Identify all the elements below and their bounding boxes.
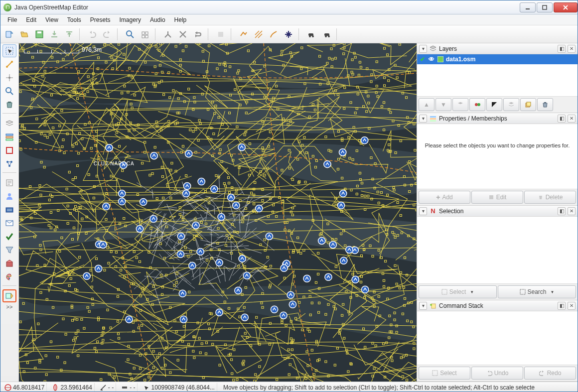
menu-tools[interactable]: Tools	[63, 15, 85, 24]
cmdstack-undo-button[interactable]: Undo	[471, 367, 523, 380]
layer-activate-button[interactable]	[452, 98, 468, 111]
redo-button[interactable]	[100, 27, 114, 41]
combine-way-button[interactable]	[176, 27, 190, 41]
audio-fwd-button[interactable]	[319, 27, 333, 41]
menu-imagery[interactable]: Imagery	[116, 15, 145, 24]
cmdstack-select-button[interactable]: Select	[419, 367, 470, 380]
selection-header[interactable]: ▾ N Selection ◧ ✕	[417, 206, 578, 217]
pan-button[interactable]	[282, 27, 295, 41]
map-canvas[interactable]: 976.3m CLUJ-NAPOCA	[19, 43, 417, 382]
delete-tool[interactable]	[2, 98, 16, 111]
collapse-icon[interactable]: ▾	[419, 207, 427, 215]
new-layer-button[interactable]	[2, 27, 16, 41]
split-way-button[interactable]	[161, 27, 175, 41]
open-button[interactable]	[17, 27, 31, 41]
select-tool[interactable]	[2, 44, 16, 57]
lasso-tool[interactable]	[2, 58, 16, 71]
menu-help[interactable]: Help	[170, 15, 191, 24]
mapstyle-toggle[interactable]	[2, 270, 16, 283]
layer-up-button[interactable]: ▲	[419, 98, 434, 111]
svg-point-1106	[180, 316, 187, 323]
filter-toggle[interactable]	[2, 244, 16, 257]
align-circle-button[interactable]	[214, 27, 228, 41]
maximize-button[interactable]	[537, 2, 553, 12]
close-panel-icon[interactable]: ✕	[568, 302, 576, 310]
more-tools[interactable]: >>	[6, 304, 13, 310]
layer-opacity-button[interactable]	[486, 98, 502, 111]
selection-list[interactable]	[417, 217, 578, 283]
edit-tag-button[interactable]: Edit	[471, 191, 523, 204]
cmdstack-list[interactable]	[417, 311, 578, 365]
validator-toggle[interactable]	[2, 230, 16, 243]
svg-rect-1174	[430, 120, 436, 122]
save-button[interactable]	[32, 27, 46, 41]
audio-back-button[interactable]	[304, 27, 318, 41]
layers-header[interactable]: ▾ Layers ◧ ✕	[417, 43, 578, 54]
svg-point-40	[7, 276, 8, 277]
cmdstack-redo-button[interactable]: Redo	[524, 367, 576, 380]
authors-toggle[interactable]	[2, 190, 16, 203]
menu-audio[interactable]: Audio	[146, 15, 169, 24]
cmdstack-toggle[interactable]	[2, 176, 16, 189]
select-button[interactable]: Select▼	[419, 285, 497, 298]
svg-point-1136	[339, 149, 346, 156]
layers-toggle[interactable]	[2, 117, 16, 130]
wireframe-button[interactable]	[237, 27, 251, 41]
layer-visible-icon[interactable]: 👁	[428, 56, 435, 63]
close-panel-icon[interactable]: ✕	[568, 115, 576, 123]
hatch-button[interactable]	[252, 27, 266, 41]
svg-rect-31	[6, 147, 12, 153]
svg-rect-28	[6, 134, 13, 135]
preferences-button[interactable]	[138, 27, 152, 41]
add-tag-button[interactable]: +Add	[419, 191, 470, 204]
layers-list[interactable]: ✔ 👁 data1.osm	[417, 54, 578, 96]
conflict-toggle[interactable]	[2, 217, 16, 230]
svg-point-1116	[136, 225, 143, 232]
menu-view[interactable]: View	[41, 15, 62, 24]
properties-header[interactable]: ▾ Properties / Memberships ◧ ✕	[417, 113, 578, 124]
upload-button[interactable]	[62, 27, 76, 41]
svg-point-1123	[150, 215, 157, 222]
svg-point-1120	[287, 291, 294, 298]
close-button[interactable]	[554, 2, 578, 12]
highlighted-tool[interactable]	[2, 289, 16, 302]
collapse-icon[interactable]: ▾	[419, 115, 427, 123]
zoom-tool[interactable]	[2, 85, 16, 98]
svg-point-1124	[216, 259, 223, 266]
reverse-way-button[interactable]	[191, 27, 205, 41]
collapse-icon[interactable]: ▾	[419, 302, 427, 310]
pin-icon[interactable]: ◧	[558, 45, 566, 53]
menu-file[interactable]: File	[3, 15, 21, 24]
svg-point-1117	[218, 213, 225, 220]
menu-presets[interactable]: Presets	[86, 15, 115, 24]
menu-edit[interactable]: Edit	[22, 15, 40, 24]
search-button[interactable]: Search▼	[498, 285, 576, 298]
layer-duplicate-button[interactable]	[520, 98, 536, 111]
minimize-button[interactable]	[520, 2, 536, 12]
layer-merge-button[interactable]	[503, 98, 519, 111]
collapse-icon[interactable]: ▾	[419, 45, 427, 53]
properties-toggle[interactable]	[2, 131, 16, 143]
pin-icon[interactable]: ◧	[558, 302, 566, 310]
layer-item[interactable]: ✔ 👁 data1.osm	[417, 54, 578, 64]
draw-node-tool[interactable]	[2, 71, 16, 84]
close-panel-icon[interactable]: ✕	[568, 45, 576, 53]
changeset-toggle[interactable]	[2, 257, 16, 270]
svg-rect-1176	[442, 289, 447, 294]
relations-toggle[interactable]	[2, 157, 16, 170]
pin-icon[interactable]: ◧	[558, 115, 566, 123]
layer-delete-button[interactable]	[537, 98, 553, 111]
pin-icon[interactable]: ◧	[558, 207, 566, 215]
undo-button[interactable]	[85, 27, 99, 41]
layer-down-button[interactable]: ▼	[435, 98, 451, 111]
delete-tag-button[interactable]: Delete	[524, 191, 576, 204]
history-toggle[interactable]	[2, 203, 16, 216]
download-button[interactable]	[47, 27, 61, 41]
layer-showhide-button[interactable]	[469, 98, 485, 111]
cmdstack-header[interactable]: ▾ Command Stack ◧ ✕	[417, 300, 578, 311]
selection-toggle[interactable]	[2, 144, 16, 157]
search-button[interactable]	[123, 27, 137, 41]
draw-button[interactable]	[267, 27, 281, 41]
svg-rect-7	[66, 31, 72, 32]
close-panel-icon[interactable]: ✕	[568, 207, 576, 215]
